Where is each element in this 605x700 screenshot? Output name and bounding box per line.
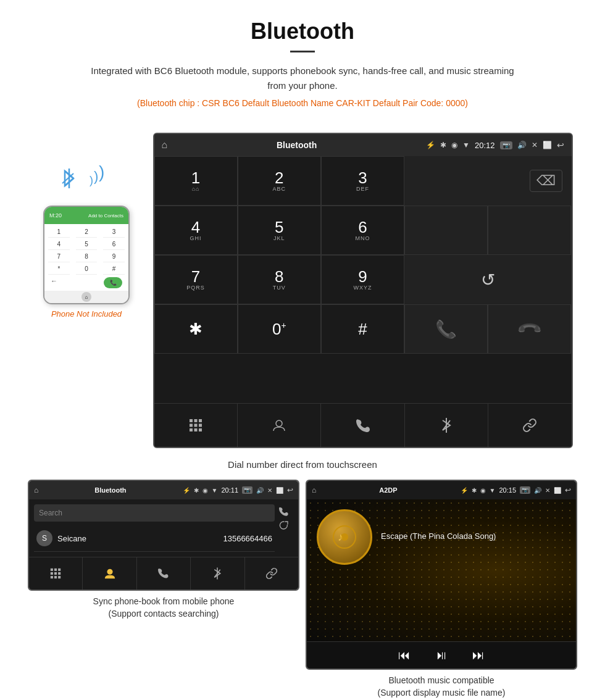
pb-action-keypad[interactable] xyxy=(29,557,83,590)
phone-key-0: 0 xyxy=(76,264,98,275)
phonebook-item: ⌂ Bluetooth ⚡ ✱ ◉ ▼ 20:11 📷 🔊 ✕ ⬜ ↩ Sear… xyxy=(28,480,299,699)
key-1[interactable]: 1 ⌂⌂ xyxy=(154,156,238,206)
action-bluetooth[interactable] xyxy=(405,404,488,447)
phone-key-5: 5 xyxy=(76,239,98,250)
phone-key-3: 3 xyxy=(103,227,125,238)
phone-keypad-row-3: 7 8 9 xyxy=(48,251,125,262)
svg-text:): ) xyxy=(99,162,104,181)
backspace-button[interactable]: ⌫ xyxy=(530,170,562,192)
key-6[interactable]: 6 MNO xyxy=(321,206,404,255)
bluetooth-symbol-icon xyxy=(60,166,78,193)
key-5[interactable]: 5 JKL xyxy=(238,206,321,255)
action-keypad[interactable] xyxy=(154,404,238,447)
dialpad-back-icon: ↩ xyxy=(557,140,564,150)
svg-rect-8 xyxy=(190,419,193,422)
redial-button[interactable]: ↺ xyxy=(404,255,571,304)
key-0[interactable]: 0+ xyxy=(238,304,321,354)
pb-contact-name: Seicane xyxy=(57,534,86,543)
phone-call-btn: 📞 xyxy=(104,277,122,288)
phone-keypad-row-1: 1 2 3 xyxy=(48,227,125,238)
music-playpause-button[interactable]: ⏯ xyxy=(435,648,448,662)
key-9[interactable]: 9 WXYZ xyxy=(321,255,404,304)
music-close-icon: ✕ xyxy=(545,487,550,494)
action-phone[interactable] xyxy=(321,404,404,447)
page-header: Bluetooth Integrated with BC6 Bluetooth … xyxy=(0,0,605,127)
music-body: ♪ Escape (The Pina Colada Song) xyxy=(307,499,576,641)
pb-action-bluetooth[interactable] xyxy=(191,557,244,590)
phone-key-6: 6 xyxy=(103,239,125,250)
svg-rect-25 xyxy=(58,572,60,575)
pb-back-icon: ↩ xyxy=(287,486,293,494)
pb-right-icons xyxy=(275,504,293,552)
key-star[interactable]: ✱ xyxy=(154,304,238,354)
pb-time: 20:11 xyxy=(221,486,238,494)
music-camera-icon: 📷 xyxy=(520,486,530,494)
title-divider xyxy=(290,51,315,52)
pb-action-contacts[interactable] xyxy=(83,557,136,590)
svg-point-29 xyxy=(107,569,112,575)
pb-contact-initial: S xyxy=(42,534,47,543)
dialpad-actions xyxy=(154,403,572,447)
end-call-icon: 📞 xyxy=(516,315,544,343)
bluetooth-icon-area: ) ) ) xyxy=(59,157,114,201)
phone-back-btn: ← xyxy=(51,277,57,288)
phone-mockup: ) ) ) M:20 Add to Contacts xyxy=(33,133,141,319)
action-link[interactable] xyxy=(488,404,571,447)
music-next-button[interactable]: ⏭ xyxy=(472,648,485,662)
pb-call-side-icon[interactable] xyxy=(279,507,289,517)
main-screenshot-area: ) ) ) M:20 Add to Contacts xyxy=(0,127,605,454)
dialpad-location-icon: ◉ xyxy=(451,141,457,149)
pb-contact-phone: 13566664466 xyxy=(223,534,272,543)
pb-main: Search S Seicane 13566664466 xyxy=(34,504,275,552)
pb-search-bar[interactable]: Search xyxy=(34,504,275,522)
svg-rect-10 xyxy=(199,419,202,422)
svg-rect-15 xyxy=(194,428,197,431)
music-back-icon: ↩ xyxy=(565,486,571,494)
key-hash[interactable]: # xyxy=(321,304,404,354)
svg-rect-9 xyxy=(194,419,197,422)
phone-key-2: 2 xyxy=(76,227,98,238)
dialpad-time: 20:12 xyxy=(475,141,495,150)
dialpad-screen-icon: ⬜ xyxy=(543,141,552,149)
phone-key-9: 9 xyxy=(103,251,125,262)
music-statusbar: ⌂ A2DP ⚡ ✱ ◉ ▼ 20:15 📷 🔊 ✕ ⬜ ↩ xyxy=(307,481,576,499)
call-button-red[interactable]: 📞 xyxy=(488,304,571,354)
key-2[interactable]: 2 ABC xyxy=(238,156,321,206)
svg-rect-20 xyxy=(51,569,53,571)
music-usb-icon: ⚡ xyxy=(461,487,468,494)
dialpad-wifi-icon: ▼ xyxy=(462,141,470,149)
call-button-green[interactable]: 📞 xyxy=(404,304,488,354)
dialpad-caption: Dial number direct from touchscreen xyxy=(0,459,605,470)
pb-action-link[interactable] xyxy=(245,557,298,590)
call-green-icon: 📞 xyxy=(435,319,457,340)
svg-point-17 xyxy=(276,420,282,427)
key-3[interactable]: 3 DEF xyxy=(321,156,404,206)
pb-refresh-side-icon[interactable] xyxy=(279,520,289,530)
phone-keypad-row-2: 4 5 6 xyxy=(48,239,125,250)
wifi-waves-icon: ) ) ) xyxy=(86,162,114,199)
pb-contact-avatar: S xyxy=(36,530,52,546)
pb-close-icon: ✕ xyxy=(267,487,272,494)
music-content: ♪ Escape (The Pina Colada Song) xyxy=(307,499,576,575)
phone-key-hash: # xyxy=(103,264,125,275)
dialpad-close-icon: ✕ xyxy=(532,141,538,149)
key-4[interactable]: 4 GHI xyxy=(154,206,238,255)
dialpad-camera-icon: 📷 xyxy=(500,141,512,149)
action-contacts[interactable] xyxy=(238,404,321,447)
music-screen-icon: ⬜ xyxy=(554,487,561,494)
pb-title: Bluetooth xyxy=(42,486,178,494)
key-7[interactable]: 7 PQRS xyxy=(154,255,238,304)
music-time: 20:15 xyxy=(499,486,516,494)
pb-action-phone[interactable] xyxy=(137,557,191,590)
key-8[interactable]: 8 TUV xyxy=(238,255,321,304)
svg-text:): ) xyxy=(94,169,98,184)
music-info: Escape (The Pina Colada Song) xyxy=(381,531,566,543)
phone-key-7: 7 xyxy=(48,251,70,262)
svg-text:): ) xyxy=(90,174,93,186)
music-prev-button[interactable]: ⏮ xyxy=(398,648,411,662)
dialpad-bt-icon: ✱ xyxy=(440,141,446,149)
phone-key-star: * xyxy=(48,264,70,275)
dialpad-title: Bluetooth xyxy=(172,140,421,150)
phone-key-4: 4 xyxy=(48,239,70,250)
page-specs: (Bluetooth chip : CSR BC6 Default Blueto… xyxy=(37,98,568,108)
